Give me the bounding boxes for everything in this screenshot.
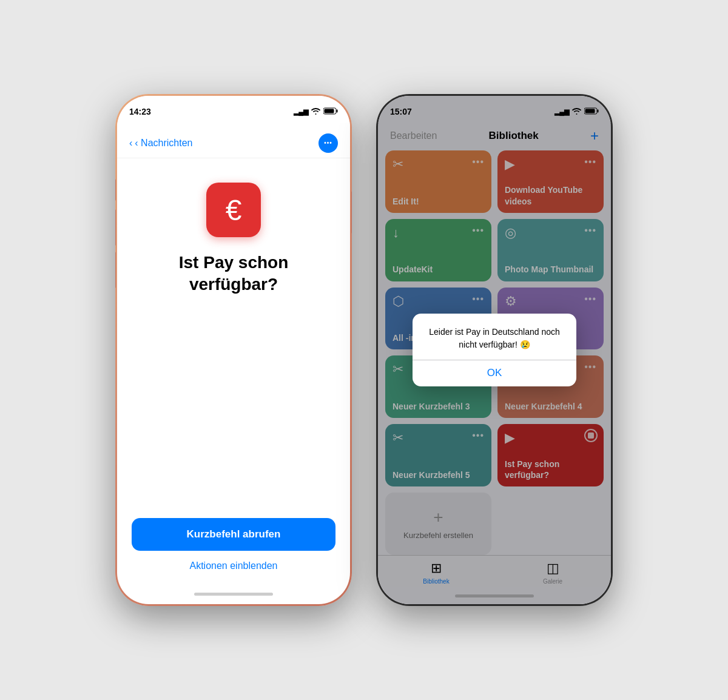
back-button[interactable]: ‹ ‹ Nachrichten (129, 138, 192, 149)
wifi-icon (311, 108, 320, 116)
status-time-left: 14:23 (129, 107, 151, 116)
title-text: Ist (179, 253, 203, 272)
left-phone: 14:23 ▂▄▆ ‹ ‹ Nachrichten (115, 94, 352, 606)
main-title: Ist Pay schon verfügbar? (117, 252, 350, 296)
alert-body: Leider ist Pay in Deutschland noch nicht… (413, 314, 576, 360)
alert-message: Leider ist Pay in Deutschland noch nicht… (422, 326, 567, 351)
alert-overlay: Leider ist Pay in Deutschland noch nicht… (378, 96, 611, 604)
nav-bar-left: ‹ ‹ Nachrichten ••• (117, 129, 350, 158)
home-bar (194, 593, 273, 596)
euro-symbol: € (226, 194, 242, 227)
svg-rect-1 (337, 110, 338, 113)
back-label: ‹ Nachrichten (135, 138, 192, 149)
status-icons-left: ▂▄▆ (294, 107, 338, 116)
right-phone: 15:07 ▂▄▆ Bearbeiten Bibliothek + (376, 94, 613, 606)
home-indicator (117, 584, 350, 604)
alert-dialog: Leider ist Pay in Deutschland noch nicht… (413, 314, 576, 387)
svg-rect-2 (325, 109, 334, 113)
title-text2: Pay schon verfügbar? (189, 253, 288, 294)
secondary-button[interactable]: Aktionen einblenden (117, 560, 350, 571)
more-dots: ••• (324, 140, 332, 146)
chevron-icon: ‹ (129, 138, 132, 149)
status-bar-left: 14:23 ▂▄▆ (117, 96, 350, 123)
more-button[interactable]: ••• (318, 133, 338, 153)
battery-icon (323, 107, 338, 116)
app-icon-area: € (117, 183, 350, 237)
alert-ok-button[interactable]: OK (413, 360, 576, 386)
signal-icon: ▂▄▆ (294, 108, 308, 116)
app-icon: € (206, 183, 261, 237)
cta-button[interactable]: Kurzbefehl abrufen (132, 518, 335, 551)
